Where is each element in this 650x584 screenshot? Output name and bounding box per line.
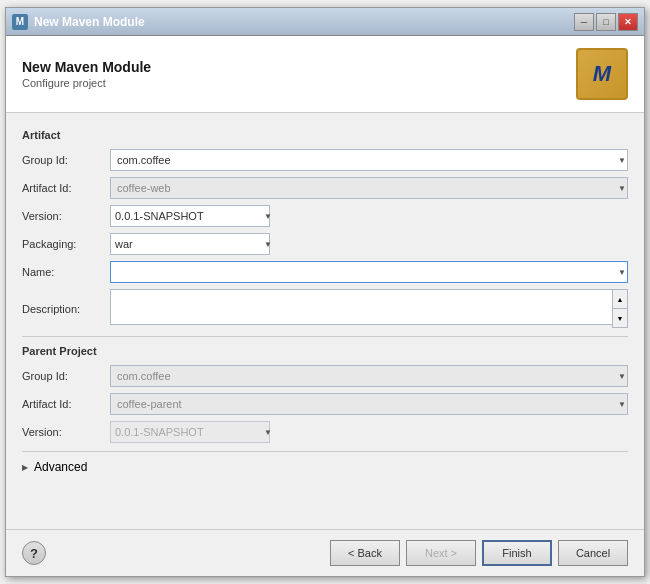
header-text: New Maven Module Configure project (22, 59, 151, 89)
description-textarea[interactable] (110, 289, 628, 325)
parent-version-row: Version: 0.0.1-SNAPSHOT ▼ (22, 421, 628, 443)
scroll-down-btn[interactable]: ▼ (613, 309, 627, 327)
dialog-content: Artifact Group Id: ▼ Artifact Id: ▼ Vers… (6, 113, 644, 529)
description-wrap: ▲ ▼ (110, 289, 628, 328)
description-row: Description: ▲ ▼ (22, 289, 628, 328)
description-scrollbar: ▲ ▼ (612, 289, 628, 328)
main-window: M New Maven Module ─ □ ✕ New Maven Modul… (5, 7, 645, 577)
titlebar-left: M New Maven Module (12, 14, 145, 30)
artifact-section-title: Artifact (22, 129, 628, 141)
parent-section-title: Parent Project (22, 345, 628, 357)
parent-version-label: Version: (22, 426, 110, 438)
dialog-footer: ? < Back Next > Finish Cancel (6, 529, 644, 576)
maven-icon: M (576, 48, 628, 100)
titlebar-controls: ─ □ ✕ (574, 13, 638, 31)
packaging-wrap: war jar pom ▼ (110, 233, 270, 255)
separator-1 (22, 336, 628, 337)
name-wrap: ▼ (110, 261, 628, 283)
parent-version-select[interactable]: 0.0.1-SNAPSHOT (110, 421, 270, 443)
artifact-id-label: Artifact Id: (22, 182, 110, 194)
titlebar-icon: M (12, 14, 28, 30)
artifact-id-wrap: ▼ (110, 177, 628, 199)
name-input[interactable] (110, 261, 628, 283)
cancel-button[interactable]: Cancel (558, 540, 628, 566)
advanced-triangle-icon: ▶ (22, 463, 28, 472)
name-row: Name: ▼ (22, 261, 628, 283)
parent-artifact-id-label: Artifact Id: (22, 398, 110, 410)
artifact-version-label: Version: (22, 210, 110, 222)
artifact-id-row: Artifact Id: ▼ (22, 177, 628, 199)
finish-button[interactable]: Finish (482, 540, 552, 566)
packaging-select[interactable]: war jar pom (110, 233, 270, 255)
scroll-up-btn[interactable]: ▲ (613, 290, 627, 309)
parent-version-wrap: 0.0.1-SNAPSHOT ▼ (110, 421, 270, 443)
name-label: Name: (22, 266, 110, 278)
titlebar-title: New Maven Module (34, 15, 145, 29)
description-label: Description: (22, 303, 110, 315)
dialog-header: New Maven Module Configure project M (6, 36, 644, 113)
artifact-group-id-row: Group Id: ▼ (22, 149, 628, 171)
packaging-row: Packaging: war jar pom ▼ (22, 233, 628, 255)
parent-group-id-row: Group Id: ▼ (22, 365, 628, 387)
titlebar: M New Maven Module ─ □ ✕ (6, 8, 644, 36)
minimize-button[interactable]: ─ (574, 13, 594, 31)
parent-artifact-id-input[interactable] (110, 393, 628, 415)
artifact-group-id-input[interactable] (110, 149, 628, 171)
dialog-title: New Maven Module (22, 59, 151, 75)
advanced-row[interactable]: ▶ Advanced (22, 460, 628, 474)
maximize-button[interactable]: □ (596, 13, 616, 31)
parent-artifact-id-row: Artifact Id: ▼ (22, 393, 628, 415)
dialog-subtitle: Configure project (22, 77, 151, 89)
artifact-group-id-wrap: ▼ (110, 149, 628, 171)
footer-left: ? (22, 541, 46, 565)
artifact-version-wrap: 0.0.1-SNAPSHOT ▼ (110, 205, 270, 227)
parent-artifact-id-wrap: ▼ (110, 393, 628, 415)
help-button[interactable]: ? (22, 541, 46, 565)
artifact-version-select[interactable]: 0.0.1-SNAPSHOT (110, 205, 270, 227)
parent-group-id-label: Group Id: (22, 370, 110, 382)
close-button[interactable]: ✕ (618, 13, 638, 31)
next-button[interactable]: Next > (406, 540, 476, 566)
parent-group-id-wrap: ▼ (110, 365, 628, 387)
artifact-group-id-label: Group Id: (22, 154, 110, 166)
advanced-label: Advanced (34, 460, 87, 474)
separator-2 (22, 451, 628, 452)
back-button[interactable]: < Back (330, 540, 400, 566)
packaging-label: Packaging: (22, 238, 110, 250)
parent-group-id-input[interactable] (110, 365, 628, 387)
artifact-id-input[interactable] (110, 177, 628, 199)
artifact-version-row: Version: 0.0.1-SNAPSHOT ▼ (22, 205, 628, 227)
footer-buttons: < Back Next > Finish Cancel (330, 540, 628, 566)
